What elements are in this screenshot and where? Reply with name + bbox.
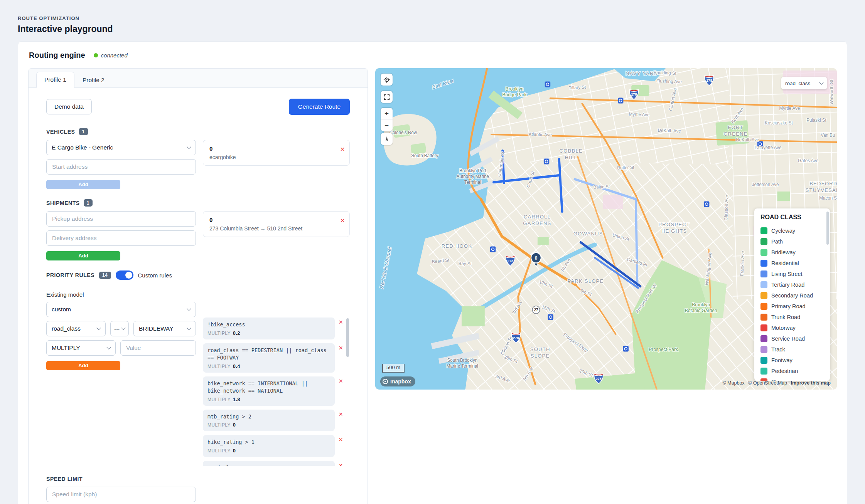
legend-swatch (760, 249, 767, 256)
rule-value-select[interactable]: BRIDLEWAY (133, 321, 196, 336)
vehicle-type-select[interactable]: E Cargo Bike - Generic (46, 140, 196, 155)
zoom-control: + − (381, 108, 393, 131)
legend-swatch (760, 314, 767, 321)
remove-rule-button[interactable]: × (338, 436, 344, 443)
svg-text:GOWANUS: GOWANUS (573, 231, 603, 237)
model-value: custom (52, 306, 71, 313)
svg-text:Baltic St: Baltic St (593, 184, 610, 190)
rule-card: mtb_rating > 2 MULTIPLY0 (203, 410, 335, 432)
add-shipment-button[interactable]: Add (46, 251, 120, 260)
page-header: ROUTE OPTIMIZATION Interactive playgroun… (0, 0, 865, 41)
demo-data-button[interactable]: Demo data (46, 99, 92, 114)
svg-text:Colonels Row: Colonels Row (390, 130, 417, 135)
rule-factor-input[interactable] (120, 340, 196, 356)
svg-text:Gates Ave: Gates Ave (798, 158, 819, 163)
attr-osm[interactable]: © OpenStreetMap (748, 380, 787, 386)
rules-list[interactable]: !bike_access MULTIPLY0.2 × road_class ==… (203, 318, 350, 466)
status-dot-icon (94, 53, 98, 57)
svg-text:CARROLLGARDENS: CARROLLGARDENS (523, 214, 551, 226)
legend-item: Track (760, 344, 824, 355)
profile-panel: Profile 1 Profile 2 Demo data Generate R… (28, 68, 368, 504)
rule-card: !bike_access MULTIPLY0.2 (203, 318, 335, 339)
map-scale: 500 m (382, 364, 405, 373)
rule-action-select[interactable]: MULTIPLY (46, 340, 116, 356)
main-card: Routing engine connected Profile 1 Profi… (18, 41, 847, 504)
shipments-heading: SHIPMENTS 1 (46, 199, 350, 207)
svg-text:DeKalb Ave: DeKalb Ave (736, 137, 759, 142)
vehicle-type-value: E Cargo Bike - Generic (52, 144, 113, 151)
rule-item: hike_rating > 1 MULTIPLY0 × (203, 435, 344, 457)
svg-text:South Battery: South Battery (411, 153, 438, 158)
legend-item: Living Street (760, 269, 824, 279)
legend-item: Pedestrian (760, 366, 824, 376)
remove-rule-button[interactable]: × (338, 410, 344, 418)
priority-rules-label: PRIORITY RULES (46, 272, 94, 278)
mapbox-logo[interactable]: mapbox (380, 376, 415, 386)
zoom-in-button[interactable]: + (381, 108, 393, 119)
rule-key-select[interactable]: road_class (46, 321, 106, 336)
status-text: connected (101, 52, 128, 59)
zoom-out-button[interactable]: − (381, 119, 393, 131)
compass-button[interactable] (381, 133, 393, 145)
custom-rules-toggle[interactable] (116, 270, 133, 280)
legend-scrollbar[interactable] (826, 212, 829, 245)
model-select[interactable]: custom (46, 302, 196, 317)
remove-vehicle-button[interactable]: × (340, 145, 345, 153)
add-rule-button[interactable]: Add (46, 361, 120, 370)
map-style-select[interactable]: road_class (781, 77, 827, 89)
svg-text:Prospect Park: Prospect Park (649, 347, 678, 352)
vehicle-id: 0 (209, 145, 343, 152)
legend-swatch (760, 238, 767, 245)
rule-condition: bike_network == INTERNATIONAL || bike_ne… (207, 380, 330, 395)
generate-route-button[interactable]: Generate Route (289, 99, 350, 115)
priority-rules-count-badge: 14 (99, 272, 111, 279)
remove-rule-button[interactable]: × (338, 344, 344, 351)
tab-profile-2[interactable]: Profile 2 (74, 72, 113, 88)
engine-bar: Routing engine connected (26, 48, 839, 68)
legend-swatch (760, 335, 767, 342)
chevron-down-icon (187, 326, 191, 330)
speed-limit-input[interactable] (46, 487, 196, 502)
geolocate-button[interactable] (381, 74, 393, 86)
svg-text:Paulding St: Paulding St (653, 70, 676, 76)
interstate-shield: 278 (513, 336, 519, 340)
delivery-address-input[interactable] (46, 230, 196, 246)
svg-text:PROSPECTHEIGHTS: PROSPECTHEIGHTS (658, 222, 690, 234)
compass-icon (383, 136, 390, 143)
rule-factor: 0 (233, 422, 236, 428)
fullscreen-button[interactable] (381, 91, 393, 103)
rule-condition: mtb_rating > 2 (207, 413, 330, 421)
attr-improve-link[interactable]: Improve this map (791, 380, 831, 386)
rule-item: !bike_access MULTIPLY0.2 × (203, 318, 344, 339)
add-vehicle-button[interactable]: Add (46, 180, 120, 189)
pickup-address-input[interactable] (46, 211, 196, 227)
shipments-label: SHIPMENTS (46, 200, 80, 206)
map[interactable]: 278 278 278 278 278 27 NAVY YARD FORTGRE… (375, 68, 837, 390)
remove-rule-button[interactable]: × (338, 462, 344, 466)
legend-swatch (760, 303, 767, 310)
svg-text:Kosciuszko St: Kosciuszko St (765, 120, 793, 125)
rule-action: MULTIPLY (207, 397, 231, 402)
remove-rule-button[interactable]: × (338, 318, 344, 326)
connection-status: connected (94, 52, 128, 59)
rule-factor: 1.8 (233, 396, 240, 402)
rule-item: road_class == STEPS × (203, 461, 344, 466)
remove-shipment-button[interactable]: × (340, 217, 345, 224)
legend-item: Primary Road (760, 301, 824, 312)
svg-text:Tillary St: Tillary St (568, 84, 586, 91)
svg-text:Van Bu: Van Bu (821, 133, 835, 138)
rule-operator-select[interactable]: == (110, 321, 129, 336)
attr-mapbox[interactable]: © Mapbox (722, 380, 744, 386)
rule-condition: !bike_access (207, 321, 330, 329)
rule-factor: 0.4 (233, 363, 240, 369)
vehicles-heading: VEHICLES 1 (46, 128, 350, 135)
start-address-input[interactable] (46, 159, 196, 175)
tab-profile-1[interactable]: Profile 1 (36, 72, 74, 88)
legend-title: ROAD CLASS (760, 214, 824, 221)
rule-operator-value: == (114, 326, 120, 331)
legend-item: Residential (760, 258, 824, 269)
chevron-down-icon (96, 326, 101, 330)
remove-rule-button[interactable]: × (338, 377, 344, 385)
rule-item: mtb_rating > 2 MULTIPLY0 × (203, 410, 344, 432)
rules-scrollbar[interactable] (346, 318, 349, 357)
